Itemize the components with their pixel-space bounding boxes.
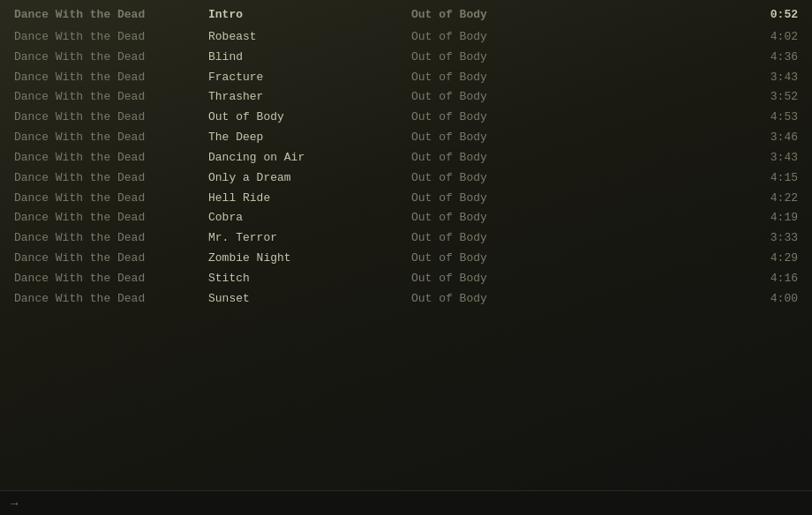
track-album: Out of Body <box>411 170 517 187</box>
track-artist: Dance With the Dead <box>14 291 208 308</box>
track-album: Out of Body <box>411 70 517 86</box>
track-title: Only a Dream <box>208 170 411 187</box>
arrow-icon: → <box>11 496 18 511</box>
track-row[interactable]: Dance With the DeadDancing on AirOut of … <box>0 148 812 168</box>
track-spacer <box>517 29 745 46</box>
track-row[interactable]: Dance With the DeadThrasherOut of Body3:… <box>0 87 812 108</box>
track-title: Thrasher <box>208 89 411 106</box>
track-duration: 3:43 <box>745 150 798 167</box>
track-spacer <box>517 150 745 167</box>
track-spacer <box>517 271 745 287</box>
track-spacer <box>517 230 745 247</box>
track-duration: 4:53 <box>745 109 798 126</box>
track-spacer <box>517 49 745 66</box>
track-artist: Dance With the Dead <box>14 70 208 86</box>
bottom-bar: → <box>0 490 812 515</box>
track-title: Mr. Terror <box>208 230 411 247</box>
track-artist: Dance With the Dead <box>14 190 208 207</box>
track-row[interactable]: Dance With the DeadBlindOut of Body4:36 <box>0 48 812 68</box>
track-row[interactable]: Dance With the DeadMr. TerrorOut of Body… <box>0 228 812 249</box>
track-duration: 4:36 <box>745 49 798 66</box>
track-title: Intro <box>208 7 411 24</box>
track-album: Out of Body <box>411 291 517 308</box>
track-artist: Dance With the Dead <box>14 109 208 126</box>
track-artist: Dance With the Dead <box>14 7 208 24</box>
track-album: Out of Body <box>411 250 517 267</box>
track-duration: 0:52 <box>745 7 798 24</box>
track-album: Out of Body <box>411 230 517 247</box>
track-artist: Dance With the Dead <box>14 230 208 247</box>
track-title: Dancing on Air <box>208 150 411 167</box>
track-spacer <box>517 109 745 126</box>
track-duration: 4:16 <box>745 271 798 287</box>
track-title: Robeast <box>208 29 411 46</box>
track-spacer <box>517 210 745 227</box>
track-duration: 4:15 <box>745 170 798 187</box>
track-title: Fracture <box>208 70 411 86</box>
track-duration: 4:00 <box>745 291 798 308</box>
track-duration: 4:19 <box>745 210 798 227</box>
track-duration: 3:52 <box>745 89 798 106</box>
track-spacer <box>517 70 745 86</box>
track-artist: Dance With the Dead <box>14 130 208 146</box>
track-row[interactable]: Dance With the DeadThe DeepOut of Body3:… <box>0 128 812 148</box>
track-duration: 4:22 <box>745 190 798 207</box>
track-artist: Dance With the Dead <box>14 170 208 187</box>
track-album: Out of Body <box>411 150 517 167</box>
track-artist: Dance With the Dead <box>14 210 208 227</box>
track-duration: 3:43 <box>745 70 798 86</box>
track-row[interactable]: Dance With the DeadRobeastOut of Body4:0… <box>0 27 812 48</box>
track-title: Out of Body <box>208 109 411 126</box>
track-artist: Dance With the Dead <box>14 49 208 66</box>
track-title: Sunset <box>208 291 411 308</box>
track-album: Out of Body <box>411 89 517 106</box>
track-album: Out of Body <box>411 49 517 66</box>
track-spacer <box>517 7 745 24</box>
track-artist: Dance With the Dead <box>14 250 208 267</box>
track-row[interactable]: Dance With the DeadCobraOut of Body4:19 <box>0 208 812 228</box>
track-spacer <box>517 291 745 308</box>
track-artist: Dance With the Dead <box>14 271 208 287</box>
track-spacer <box>517 89 745 106</box>
track-artist: Dance With the Dead <box>14 150 208 167</box>
track-title: Stitch <box>208 271 411 287</box>
track-row[interactable]: Dance With the DeadIntroOut of Body0:52 <box>0 5 812 26</box>
track-spacer <box>517 170 745 187</box>
track-duration: 3:46 <box>745 130 798 146</box>
track-row[interactable]: Dance With the DeadOnly a DreamOut of Bo… <box>0 168 812 189</box>
track-list: Dance With the DeadIntroOut of Body0:52D… <box>0 0 812 315</box>
track-row[interactable]: Dance With the DeadOut of BodyOut of Bod… <box>0 108 812 128</box>
track-album: Out of Body <box>411 29 517 46</box>
track-duration: 3:33 <box>745 230 798 247</box>
track-row[interactable]: Dance With the DeadFractureOut of Body3:… <box>0 68 812 88</box>
track-row[interactable]: Dance With the DeadHell RideOut of Body4… <box>0 189 812 209</box>
track-row[interactable]: Dance With the DeadStitchOut of Body4:16 <box>0 269 812 289</box>
track-album: Out of Body <box>411 109 517 126</box>
track-album: Out of Body <box>411 7 517 24</box>
track-row[interactable]: Dance With the DeadZombie NightOut of Bo… <box>0 249 812 269</box>
track-album: Out of Body <box>411 271 517 287</box>
track-row[interactable]: Dance With the DeadSunsetOut of Body4:00 <box>0 289 812 310</box>
track-spacer <box>517 130 745 146</box>
track-artist: Dance With the Dead <box>14 89 208 106</box>
track-title: The Deep <box>208 130 411 146</box>
track-spacer <box>517 190 745 207</box>
track-duration: 4:02 <box>745 29 798 46</box>
track-album: Out of Body <box>411 190 517 207</box>
track-title: Hell Ride <box>208 190 411 207</box>
track-title: Blind <box>208 49 411 66</box>
track-album: Out of Body <box>411 210 517 227</box>
track-spacer <box>517 250 745 267</box>
track-album: Out of Body <box>411 130 517 146</box>
track-artist: Dance With the Dead <box>14 29 208 46</box>
track-duration: 4:29 <box>745 250 798 267</box>
track-title: Cobra <box>208 210 411 227</box>
track-title: Zombie Night <box>208 250 411 267</box>
